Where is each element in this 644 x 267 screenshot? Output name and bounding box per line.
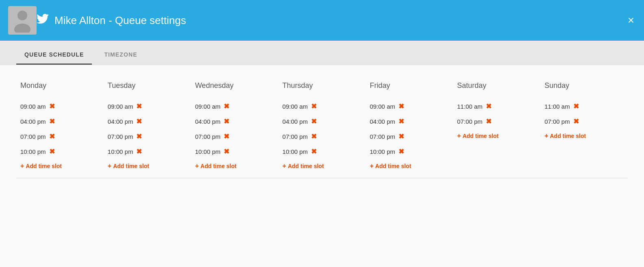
tab-timezone[interactable]: TIMEZONE (96, 46, 145, 65)
time-slot: 07:00 pm✖ (457, 117, 536, 126)
time-slot: 04:00 pm✖ (195, 117, 274, 126)
time-slot-label: 10:00 pm (108, 148, 133, 155)
page-title: Mike Allton - Queue settings (54, 14, 186, 27)
day-col-thursday: Thursday09:00 am✖04:00 pm✖07:00 pm✖10:00… (278, 81, 366, 170)
time-slot-label: 09:00 am (195, 103, 221, 110)
time-slot: 07:00 pm✖ (544, 117, 624, 126)
remove-slot-button[interactable]: ✖ (311, 132, 317, 141)
remove-slot-button[interactable]: ✖ (398, 132, 404, 141)
remove-slot-button[interactable]: ✖ (224, 132, 229, 141)
remove-slot-button[interactable]: ✖ (224, 117, 229, 126)
time-slot-label: 07:00 pm (370, 133, 395, 140)
remove-slot-button[interactable]: ✖ (398, 147, 404, 156)
remove-slot-button[interactable]: ✖ (486, 117, 492, 126)
add-slot-label: Add time slot (550, 133, 586, 139)
remove-slot-button[interactable]: ✖ (136, 132, 142, 141)
time-slot-label: 07:00 pm (544, 118, 570, 125)
time-slot: 10:00 pm✖ (20, 147, 100, 156)
time-slot: 04:00 pm✖ (20, 117, 100, 126)
add-slot-button-tuesday[interactable]: +Add time slot (108, 162, 149, 170)
plus-icon: + (457, 132, 461, 140)
time-slot-label: 07:00 pm (283, 133, 308, 140)
add-slot-button-thursday[interactable]: +Add time slot (283, 162, 324, 170)
remove-slot-button[interactable]: ✖ (486, 102, 492, 111)
add-slot-button-monday[interactable]: +Add time slot (20, 162, 62, 170)
day-col-saturday: Saturday11:00 am✖07:00 pm✖+Add time slot (453, 81, 540, 170)
time-slot-label: 09:00 am (108, 103, 133, 110)
day-header-friday: Friday (370, 81, 449, 90)
svg-point-1 (14, 24, 30, 33)
time-slot-label: 07:00 pm (457, 118, 483, 125)
remove-slot-button[interactable]: ✖ (398, 117, 404, 126)
remove-slot-button[interactable]: ✖ (398, 102, 404, 111)
add-slot-label: Add time slot (463, 133, 499, 139)
time-slot: 09:00 am✖ (370, 102, 449, 111)
day-col-tuesday: Tuesday09:00 am✖04:00 pm✖07:00 pm✖10:00 … (104, 81, 191, 170)
time-slot-label: 04:00 pm (195, 118, 221, 125)
plus-icon: + (283, 162, 286, 170)
time-slot: 04:00 pm✖ (108, 117, 187, 126)
avatar (8, 6, 37, 35)
remove-slot-button[interactable]: ✖ (49, 102, 55, 111)
remove-slot-button[interactable]: ✖ (311, 117, 317, 126)
remove-slot-button[interactable]: ✖ (573, 117, 579, 126)
add-slot-button-saturday[interactable]: +Add time slot (457, 132, 498, 140)
time-slot: 09:00 am✖ (283, 102, 362, 111)
remove-slot-button[interactable]: ✖ (224, 102, 229, 111)
plus-icon: + (544, 132, 548, 140)
add-slot-button-friday[interactable]: +Add time slot (370, 162, 411, 170)
remove-slot-button[interactable]: ✖ (136, 102, 142, 111)
remove-slot-button[interactable]: ✖ (136, 147, 142, 156)
svg-point-0 (17, 11, 27, 20)
add-slot-button-wednesday[interactable]: +Add time slot (195, 162, 237, 170)
remove-slot-button[interactable]: ✖ (49, 117, 55, 126)
add-slot-label: Add time slot (113, 163, 149, 169)
time-slot: 07:00 pm✖ (370, 132, 449, 141)
day-header-wednesday: Wednesday (195, 81, 274, 90)
time-slot-label: 04:00 pm (370, 118, 395, 125)
time-slot: 04:00 pm✖ (283, 117, 362, 126)
remove-slot-button[interactable]: ✖ (311, 147, 317, 156)
header: Mike Allton - Queue settings × (0, 0, 644, 41)
close-button[interactable]: × (628, 15, 634, 26)
day-header-saturday: Saturday (457, 81, 536, 90)
add-slot-button-sunday[interactable]: +Add time slot (544, 132, 586, 140)
day-header-sunday: Sunday (544, 81, 624, 90)
time-slot-label: 11:00 am (457, 103, 483, 110)
tabs-bar: QUEUE SCHEDULE TIMEZONE (0, 41, 644, 65)
day-header-tuesday: Tuesday (108, 81, 187, 90)
time-slot-label: 07:00 pm (195, 133, 221, 140)
day-header-thursday: Thursday (283, 81, 362, 90)
remove-slot-button[interactable]: ✖ (49, 132, 55, 141)
remove-slot-button[interactable]: ✖ (224, 147, 229, 156)
time-slot-label: 09:00 am (20, 103, 46, 110)
main-content: Monday09:00 am✖04:00 pm✖07:00 pm✖10:00 p… (0, 65, 644, 267)
day-col-wednesday: Wednesday09:00 am✖04:00 pm✖07:00 pm✖10:0… (191, 81, 278, 170)
time-slot: 07:00 pm✖ (20, 132, 100, 141)
time-slot: 09:00 am✖ (195, 102, 274, 111)
twitter-icon (37, 14, 49, 27)
tab-queue-schedule[interactable]: QUEUE SCHEDULE (16, 46, 92, 65)
time-slot: 07:00 pm✖ (195, 132, 274, 141)
time-slot-label: 04:00 pm (283, 118, 308, 125)
bottom-divider (16, 178, 628, 178)
remove-slot-button[interactable]: ✖ (136, 117, 142, 126)
add-slot-label: Add time slot (288, 163, 324, 169)
plus-icon: + (370, 162, 373, 170)
day-header-monday: Monday (20, 81, 100, 90)
time-slot-label: 10:00 pm (20, 148, 46, 155)
time-slot: 07:00 pm✖ (283, 132, 362, 141)
time-slot-label: 10:00 pm (195, 148, 221, 155)
add-slot-label: Add time slot (200, 163, 237, 169)
time-slot-label: 10:00 pm (370, 148, 395, 155)
time-slot-label: 11:00 am (544, 103, 570, 110)
time-slot-label: 07:00 pm (108, 133, 133, 140)
time-slot-label: 04:00 pm (108, 118, 133, 125)
remove-slot-button[interactable]: ✖ (311, 102, 317, 111)
add-slot-label: Add time slot (375, 163, 411, 169)
time-slot-label: 07:00 pm (20, 133, 46, 140)
plus-icon: + (195, 162, 199, 170)
time-slot: 10:00 pm✖ (370, 147, 449, 156)
remove-slot-button[interactable]: ✖ (49, 147, 55, 156)
remove-slot-button[interactable]: ✖ (573, 102, 579, 111)
